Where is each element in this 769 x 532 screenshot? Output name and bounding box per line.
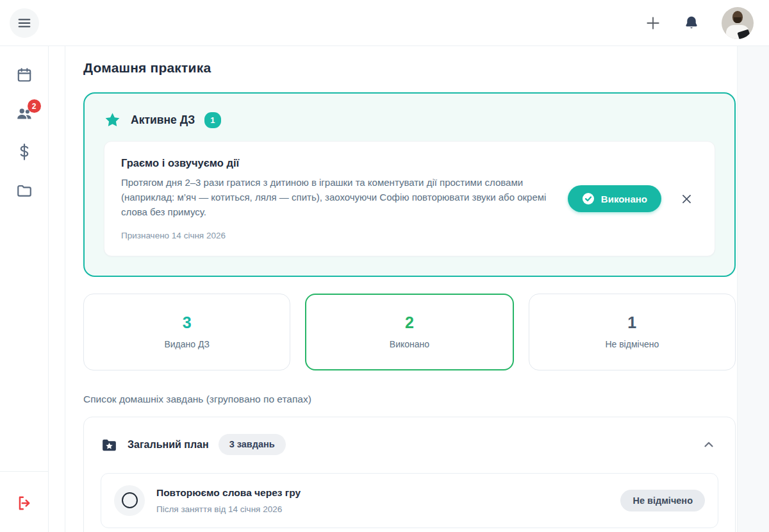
mark-done-button[interactable]: Виконано — [568, 185, 661, 212]
star-icon — [104, 112, 121, 128]
active-homework-card: Активне ДЗ 1 Граємо і озвучуємо дії Прот… — [83, 92, 736, 277]
main-content: Домашня практика Активне ДЗ 1 Граємо і о… — [65, 46, 737, 532]
active-task-card: Граємо і озвучуємо дії Протягом дня 2–3 … — [104, 141, 715, 256]
homework-title: Повторюємо слова через гру — [156, 487, 609, 499]
stat-unmarked-label: Не відмічено — [605, 339, 659, 349]
stat-unmarked-value: 1 — [627, 315, 636, 331]
stat-card-done[interactable]: 2 Виконано — [305, 294, 513, 370]
hamburger-icon — [17, 16, 31, 30]
unchecked-circle-icon — [122, 492, 138, 508]
homework-status-toggle[interactable] — [114, 485, 145, 516]
dismiss-task-button[interactable] — [679, 192, 694, 206]
check-circle-icon — [582, 192, 595, 205]
stat-issued-value: 3 — [183, 315, 192, 331]
homework-row[interactable]: Повторюємо слова через гру Після заняття… — [101, 473, 718, 528]
sidebar-item-calendar[interactable] — [15, 67, 34, 83]
stat-done-value: 2 — [405, 315, 414, 331]
sidebar-item-billing[interactable] — [15, 144, 34, 160]
active-task-description: Протягом дня 2–3 рази гратися з дитиною … — [121, 176, 551, 219]
stage-group-header: Загальний план 3 завдань — [101, 434, 718, 455]
add-button[interactable] — [645, 15, 661, 31]
right-gutter — [737, 46, 769, 532]
stat-issued-label: Видано ДЗ — [164, 339, 209, 349]
active-task-body: Граємо і озвучуємо дії Протягом дня 2–3 … — [121, 157, 551, 240]
menu-button[interactable] — [10, 8, 39, 38]
active-homework-header: Активне ДЗ 1 — [104, 112, 715, 128]
homework-status-badge: Не відмічено — [620, 490, 705, 512]
active-task-title: Граємо і озвучуємо дії — [121, 157, 551, 169]
page-title: Домашня практика — [83, 60, 736, 76]
plus-icon — [645, 15, 661, 31]
top-bar — [0, 0, 769, 46]
stage-group-title: Загальний план — [128, 439, 209, 451]
homework-row-texts: Повторюємо слова через гру Після заняття… — [156, 487, 609, 514]
folder-icon — [16, 183, 33, 198]
homework-session-date: Після заняття від 14 січня 2026 — [156, 504, 609, 514]
stat-card-issued[interactable]: 3 Видано ДЗ — [83, 294, 290, 370]
sidebar-divider — [0, 471, 48, 472]
sidebar-rail — [49, 46, 65, 532]
active-homework-label: Активне ДЗ — [131, 113, 195, 127]
logout-button[interactable] — [15, 495, 34, 511]
logout-icon — [16, 495, 33, 511]
avatar[interactable] — [722, 7, 754, 39]
stat-done-label: Виконано — [390, 339, 429, 349]
dollar-icon — [16, 143, 33, 161]
chevron-up-icon — [702, 438, 716, 452]
sidebar-item-materials[interactable] — [15, 182, 34, 199]
sidebar-item-clients[interactable]: 2 — [15, 105, 34, 122]
notifications-button[interactable] — [683, 15, 700, 31]
close-icon — [681, 193, 693, 205]
collapse-group-button[interactable] — [699, 435, 718, 454]
stage-group-count-badge: 3 завдань — [219, 434, 286, 455]
stats-row: 3 Видано ДЗ 2 Виконано 1 Не відмічено — [83, 294, 736, 370]
active-task-assigned-date: Призначено 14 січня 2026 — [121, 231, 551, 240]
active-task-actions: Виконано — [568, 185, 698, 212]
active-count-badge: 1 — [204, 112, 220, 128]
calendar-icon — [16, 67, 33, 83]
sidebar: 2 — [0, 46, 49, 532]
homework-list-heading: Список домашніх завдань (згруповано по е… — [83, 394, 736, 405]
bell-icon — [683, 15, 700, 31]
mark-done-label: Виконано — [601, 194, 647, 204]
avatar-face — [734, 17, 741, 23]
stat-card-unmarked[interactable]: 1 Не відмічено — [529, 294, 736, 370]
clients-badge: 2 — [28, 99, 41, 113]
folder-star-icon — [101, 437, 118, 453]
stage-group-card: Загальний план 3 завдань Повторюємо слов… — [83, 417, 736, 532]
